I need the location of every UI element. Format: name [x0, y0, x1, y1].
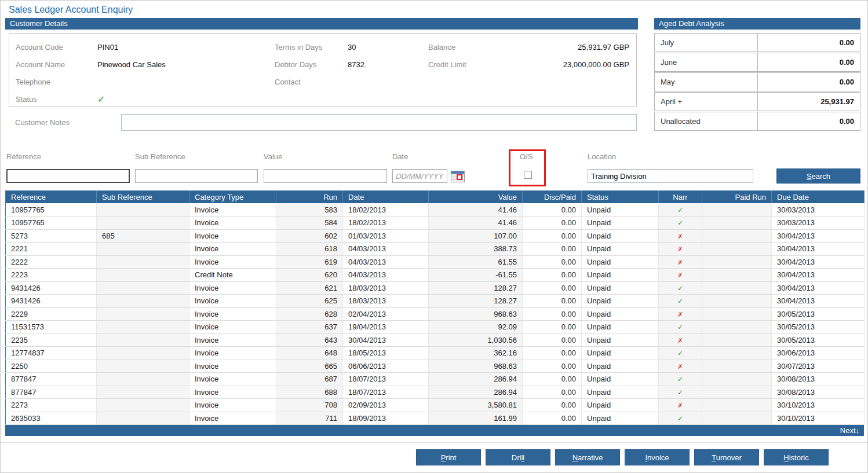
- cell-sub-reference: [97, 217, 189, 230]
- cell-date: 18/09/2013: [343, 412, 429, 425]
- cell-narr: ✗: [659, 269, 702, 282]
- cell-run: 648: [276, 347, 343, 360]
- table-row[interactable]: 9431426Invoice62118/03/2013128.270.00Unp…: [6, 281, 865, 295]
- sales-ledger-account-enquiry-window: Sales Ledger Account Enquiry Customer De…: [0, 0, 868, 473]
- table-row[interactable]: 2229Invoice62802/04/2013968.630.00Unpaid…: [6, 307, 865, 321]
- date-filter-input[interactable]: [392, 169, 447, 183]
- table-row[interactable]: 2250Invoice66506/06/2013968.630.00Unpaid…: [6, 360, 865, 373]
- table-row[interactable]: 2273Invoice70802/09/20133,580.810.00Unpa…: [6, 399, 865, 412]
- reference-filter-input[interactable]: [6, 169, 130, 183]
- column-header-disc-paid[interactable]: Disc/Paid: [523, 190, 582, 203]
- cell-run: 602: [276, 229, 343, 243]
- cell-narr: ✓: [659, 373, 702, 386]
- cell-run: 687: [276, 373, 343, 386]
- table-row[interactable]: 2223Credit Note62004/03/2013-61.550.00Un…: [6, 269, 865, 282]
- cell-date: 18/07/2013: [343, 386, 429, 399]
- column-header-status[interactable]: Status: [582, 190, 659, 203]
- bottom-separator: [1, 442, 868, 443]
- table-row[interactable]: 11531573Invoice63719/04/201392.090.00Unp…: [6, 321, 865, 334]
- cell-category-type: Invoice: [189, 217, 276, 230]
- cell-run: 584: [276, 217, 343, 230]
- drill-button[interactable]: Drill: [486, 449, 550, 465]
- sub-reference-filter-label: Sub Reference: [135, 152, 185, 161]
- cell-sub-reference: [97, 399, 189, 412]
- cell-date: 18/07/2013: [343, 373, 429, 386]
- table-row[interactable]: 9431426Invoice62518/03/2013128.270.00Unp…: [6, 295, 865, 308]
- cell-sub-reference: [97, 281, 189, 295]
- column-header-paid-run[interactable]: Paid Run: [702, 190, 772, 203]
- cell-run: 688: [276, 386, 343, 399]
- calendar-picker-button[interactable]: [451, 170, 466, 182]
- cell-reference: 5273: [6, 229, 97, 243]
- table-row[interactable]: 2635033Invoice71118/09/2013161.990.00Unp…: [6, 412, 865, 425]
- cell-reference: 9431426: [6, 295, 97, 308]
- column-header-run[interactable]: Run: [276, 190, 343, 203]
- column-header-reference[interactable]: Reference: [6, 190, 97, 203]
- cross-icon: ✗: [677, 272, 683, 278]
- historic-button[interactable]: Historic: [764, 449, 829, 465]
- column-header-due-date[interactable]: Due Date: [772, 190, 865, 203]
- cell-run: 637: [276, 321, 343, 334]
- cell-reference: 2635033: [6, 412, 97, 425]
- turnover-button[interactable]: Turnover: [694, 449, 759, 465]
- cell-paid-run: [702, 203, 772, 217]
- cell-run: 621: [276, 281, 343, 295]
- search-button[interactable]: Search: [776, 168, 860, 184]
- column-header-value[interactable]: Value: [429, 190, 523, 203]
- cell-disc-paid: 0.00: [523, 203, 582, 217]
- table-row[interactable]: 2221Invoice61804/03/2013388.730.00Unpaid…: [6, 243, 865, 256]
- cell-category-type: Invoice: [189, 347, 276, 360]
- cell-value: 128.27: [429, 295, 523, 308]
- cell-narr: ✓: [659, 386, 702, 399]
- sub-reference-filter-input[interactable]: [135, 169, 258, 183]
- invoice-button[interactable]: Invoice: [625, 449, 690, 465]
- column-header-narr[interactable]: Narr: [659, 190, 702, 203]
- narrative-button[interactable]: Narrative: [555, 449, 620, 465]
- cell-due-date: 30/03/2013: [772, 203, 865, 217]
- cell-reference: 10957765: [6, 203, 97, 217]
- table-row[interactable]: 877847Invoice68818/07/2013286.940.00Unpa…: [6, 386, 865, 399]
- value-filter-input[interactable]: [264, 169, 387, 183]
- table-row[interactable]: 2222Invoice61904/03/201361.550.00Unpaid✗…: [6, 255, 865, 269]
- cell-due-date: 30/03/2013: [772, 217, 865, 230]
- table-row[interactable]: 10957765Invoice58418/02/201341.460.00Unp…: [6, 217, 865, 230]
- next-page-bar[interactable]: Next↓: [5, 425, 864, 436]
- cell-value: 3,580.81: [429, 399, 523, 412]
- cell-category-type: Invoice: [189, 386, 276, 399]
- cell-run: 708: [276, 399, 343, 412]
- cell-reference: 2223: [6, 269, 97, 282]
- calendar-icon: [451, 171, 465, 182]
- print-button[interactable]: Print: [416, 449, 481, 465]
- location-filter-input[interactable]: [588, 169, 753, 183]
- table-row[interactable]: 2235Invoice64330/04/20131,030.560.00Unpa…: [6, 333, 865, 347]
- column-header-category-type[interactable]: Category Type: [189, 190, 276, 203]
- aged-debt-period-label: July: [654, 33, 758, 52]
- cell-narr: ✓: [659, 203, 702, 217]
- cell-due-date: 30/04/2013: [772, 229, 865, 243]
- cell-sub-reference: [97, 373, 189, 386]
- aged-debt-row-july: July0.00: [654, 33, 860, 52]
- cell-run: 711: [276, 412, 343, 425]
- customer-notes-input[interactable]: [121, 114, 637, 131]
- cell-paid-run: [702, 295, 772, 308]
- cell-narr: ✓: [659, 281, 702, 295]
- customer-notes-label: Customer Notes: [15, 118, 70, 127]
- table-row[interactable]: 12774837Invoice64818/05/2013362.160.00Un…: [6, 347, 865, 360]
- table-row[interactable]: 877847Invoice68718/07/2013286.940.00Unpa…: [6, 373, 865, 386]
- cell-reference: 877847: [6, 386, 97, 399]
- cell-due-date: 30/04/2013: [772, 295, 865, 308]
- column-header-date[interactable]: Date: [343, 190, 429, 203]
- cell-disc-paid: 0.00: [523, 333, 582, 347]
- cell-category-type: Invoice: [189, 243, 276, 256]
- table-row[interactable]: 5273685Invoice60201/03/2013107.000.00Unp…: [6, 229, 865, 243]
- cell-reference: 2250: [6, 360, 97, 373]
- cell-status: Unpaid: [582, 373, 659, 386]
- aged-debt-panel: July0.00 June0.00 May0.00 April +25,931.…: [654, 33, 860, 131]
- column-header-sub-reference[interactable]: Sub Reference: [97, 190, 189, 203]
- cross-icon: ✗: [677, 259, 683, 266]
- cell-due-date: 30/05/2013: [772, 307, 865, 321]
- table-row[interactable]: 10957765Invoice58318/02/201341.460.00Unp…: [6, 203, 865, 217]
- cross-icon: ✗: [677, 233, 683, 240]
- cell-status: Unpaid: [582, 360, 659, 373]
- cell-status: Unpaid: [582, 243, 659, 256]
